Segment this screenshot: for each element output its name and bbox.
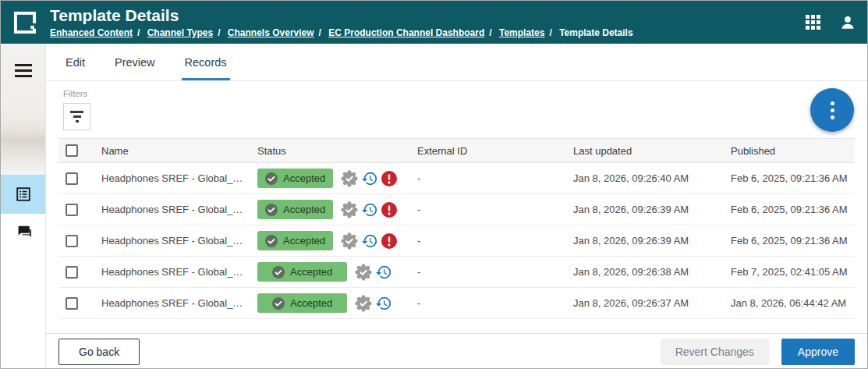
app-window: Template Details Enhanced Content/ Chann… [0,0,868,369]
status-label: Accepted [283,204,325,215]
column-header-published: Published [731,145,855,157]
published-cell: Feb 6, 2025, 09:21:36 AM [731,204,855,215]
certified-icon [355,264,372,281]
status-badge: Accepted [257,169,333,188]
table-row: Headphones SREF - Global_… Accepted - Ja… [58,194,855,225]
apps-grid-icon[interactable] [806,15,820,30]
breadcrumb-link-enhanced-content[interactable]: Enhanced Content [50,27,133,38]
published-cell: Feb 6, 2025, 09:21:36 AM [731,172,855,184]
last-updated-cell: Jan 8, 2026, 09:26:40 AM [573,172,731,184]
external-id-cell: - [417,235,573,247]
row-checkbox[interactable] [66,235,78,247]
check-circle-icon [265,204,278,216]
filter-button[interactable] [63,103,90,130]
history-icon[interactable] [361,170,378,187]
column-header-name: Name [101,145,257,157]
certified-icon [341,232,358,250]
history-icon[interactable] [375,295,392,312]
breadcrumb-separator: / [218,27,220,38]
records-list-icon [15,186,32,203]
status-label: Accepted [290,266,332,278]
tab-preview[interactable]: Preview [112,44,158,80]
tab-records[interactable]: Records [182,44,230,80]
last-updated-cell: Jan 8, 2026, 09:26:38 AM [573,266,731,278]
external-id-cell: - [417,172,573,184]
published-cell: Feb 7, 2025, 02:41:05 AM [731,266,855,278]
published-cell: Jan 8, 2026, 06:44:42 AM [731,297,855,309]
history-icon[interactable] [375,264,392,281]
sidebar-item-records[interactable] [1,175,45,214]
chat-icon [15,223,32,240]
column-header-external-id: External ID [417,145,573,157]
breadcrumb-link-templates[interactable]: Templates [499,27,544,38]
breadcrumb-separator: / [489,27,491,38]
tab-edit[interactable]: Edit [62,44,88,80]
table-header-row: Name Status External ID Last updated Pub… [58,138,855,163]
row-checkbox[interactable] [66,172,78,185]
breadcrumb-separator: / [137,27,140,38]
go-back-button[interactable]: Go back [58,339,140,365]
status-label: Accepted [283,235,325,247]
last-updated-cell: Jan 8, 2026, 09:26:37 AM [573,297,731,309]
status-label: Accepted [283,172,325,184]
select-all-checkbox[interactable] [66,144,78,157]
check-circle-icon [272,266,285,279]
filter-icon [70,111,83,113]
tab-bar: Edit Preview Records [46,44,867,81]
actions-fab-button[interactable] [810,88,854,132]
row-checkbox[interactable] [66,297,78,310]
certified-icon [341,170,358,187]
column-header-status: Status [257,145,417,157]
status-badge: Accepted [257,231,333,250]
record-name: Headphones SREF - Global_… [101,297,257,309]
alert-icon[interactable] [381,171,397,186]
sidebar-item-chat[interactable] [1,214,45,250]
row-checkbox[interactable] [66,204,78,216]
last-updated-cell: Jan 8, 2026, 09:26:39 AM [573,204,731,215]
hamburger-menu-icon[interactable] [15,64,32,77]
alert-icon[interactable] [381,202,397,218]
sidebar [1,44,46,369]
kebab-menu-icon [831,101,834,105]
alert-icon[interactable] [381,233,397,249]
table-row: Headphones SREF - Global_… Accepted - Ja… [58,163,855,194]
row-checkbox[interactable] [66,266,78,279]
breadcrumb-link-channel-types[interactable]: Channel Types [147,27,213,38]
status-badge: Accepted [257,293,347,313]
table-row: Headphones SREF - Global_… Accepted - Ja… [58,288,855,319]
column-header-last-updated: Last updated [573,145,731,157]
status-badge: Accepted [257,200,333,219]
revert-changes-button[interactable]: Revert Changes [661,339,769,365]
external-id-cell: - [417,297,573,309]
certified-icon [355,295,372,312]
breadcrumb-separator: / [319,27,321,38]
published-cell: Feb 6, 2025, 09:21:36 AM [731,235,855,247]
breadcrumb-current-template-details: Template Details [559,27,632,38]
breadcrumb-link-ec-production-channel-dashboard[interactable]: EC Production Channel Dashboard [328,27,484,38]
certified-icon [341,201,358,218]
record-name: Headphones SREF - Global_… [101,266,257,278]
status-label: Accepted [290,297,332,309]
records-table: Name Status External ID Last updated Pub… [58,138,855,319]
filters-section: Filters [46,81,867,138]
approve-button[interactable]: Approve [781,339,855,365]
check-circle-icon [272,297,285,310]
filters-label: Filters [63,81,867,98]
status-badge: Accepted [257,262,347,282]
history-icon[interactable] [361,201,378,218]
check-circle-icon [265,235,278,247]
last-updated-cell: Jan 8, 2026, 09:26:39 AM [573,235,731,247]
app-logo-icon [10,8,40,37]
history-icon[interactable] [361,232,378,250]
table-row: Headphones SREF - Global_… Accepted - Ja… [58,225,855,257]
footer-action-bar: Go back Revert Changes Approve [46,333,867,369]
external-id-cell: - [417,204,573,215]
user-icon[interactable] [839,14,856,31]
table-row: Headphones SREF - Global_… Accepted - Ja… [58,257,855,288]
app-header: Template Details Enhanced Content/ Chann… [1,1,867,44]
external-id-cell: - [417,266,573,278]
record-name: Headphones SREF - Global_… [101,172,257,184]
breadcrumb-link-channels-overview[interactable]: Channels Overview [228,27,314,38]
breadcrumb-separator: / [549,27,551,38]
page-title: Template Details [50,6,633,25]
